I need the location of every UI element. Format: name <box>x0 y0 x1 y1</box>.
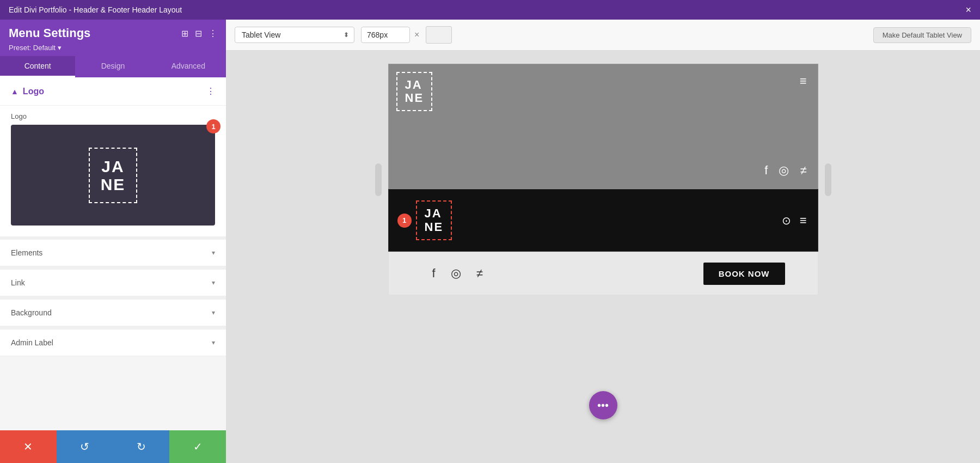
preview-badge-bottom: 1 <box>397 214 412 228</box>
deviantart-icon-bottom: ≠ <box>476 266 483 281</box>
link-title: Link <box>11 278 25 287</box>
preview-logo-top: JANE <box>396 72 433 111</box>
logo-section-header[interactable]: ▲ Logo ⋮ <box>0 77 226 106</box>
panel-body: ▲ Logo ⋮ Logo 1 JA NE Elements <box>0 77 226 430</box>
preview-canvas: JANE ≡ f ◎ ≠ 1 JANE ⊙ ≡ <box>226 51 980 463</box>
more-options-icon[interactable]: ⋮ <box>209 28 217 39</box>
chevron-up-icon: ▲ <box>11 87 19 96</box>
logo-content: Logo 1 JA NE <box>0 106 226 236</box>
color-picker-box[interactable] <box>426 26 452 44</box>
elements-section-header[interactable]: Elements ▾ <box>0 240 226 266</box>
facebook-icon-bottom: f <box>432 266 436 281</box>
background-chevron-icon: ▾ <box>212 309 215 316</box>
panel-tabs: Content Design Advanced <box>0 56 226 77</box>
window-title: Edit Divi Portfolio - Header & Footer He… <box>9 5 182 14</box>
view-select-wrapper: Tablet View Desktop View Mobile View ⬍ <box>235 27 354 43</box>
floating-dots-button[interactable]: ••• <box>589 391 617 419</box>
title-bar: Edit Divi Portfolio - Header & Footer He… <box>0 0 980 20</box>
preview-right-controls: ⊙ ≡ <box>782 214 807 228</box>
main-toolbar: Tablet View Desktop View Mobile View ⬍ ×… <box>226 20 980 51</box>
width-input[interactable] <box>361 27 410 43</box>
link-chevron-icon: ▾ <box>212 279 215 287</box>
main-area: Tablet View Desktop View Mobile View ⬍ ×… <box>226 20 980 463</box>
make-default-button[interactable]: Make Default Tablet View <box>873 27 971 43</box>
background-section-header[interactable]: Background ▾ <box>0 300 226 326</box>
book-now-button[interactable]: BOOK NOW <box>703 263 785 285</box>
background-title: Background <box>11 308 52 317</box>
logo-box: JA NE <box>89 148 138 203</box>
scroll-handle-left[interactable] <box>375 163 382 196</box>
preview-logo-bottom: JANE <box>416 200 452 240</box>
preset-link[interactable]: Preset: Default ▾ <box>9 44 62 52</box>
scroll-handle-right[interactable] <box>825 163 831 196</box>
left-panel: Menu Settings ⊞ ⊟ ⋮ Preset: Default ▾ Co… <box>0 20 226 463</box>
link-section-header[interactable]: Link ▾ <box>0 270 226 296</box>
instagram-icon-top: ◎ <box>779 163 789 178</box>
tab-content[interactable]: Content <box>0 56 75 77</box>
panel-header: Menu Settings ⊞ ⊟ ⋮ Preset: Default ▾ <box>0 20 226 56</box>
layout-icon[interactable]: ⊟ <box>195 28 202 39</box>
elements-chevron-icon: ▾ <box>212 249 215 257</box>
logo-options-icon[interactable]: ⋮ <box>206 86 215 96</box>
undo-button[interactable]: ↺ <box>57 430 113 463</box>
panel-title: Menu Settings <box>9 26 90 40</box>
tab-design[interactable]: Design <box>75 56 150 77</box>
bottom-action-bar: ✕ ↺ ↻ ✓ <box>0 430 226 463</box>
logo-preview[interactable]: 1 JA NE <box>11 125 215 226</box>
logo-badge: 1 <box>206 119 220 133</box>
preview-below: f ◎ ≠ BOOK NOW <box>388 252 818 295</box>
preview-header-top: JANE ≡ f ◎ ≠ <box>388 64 818 189</box>
logo-section-title: Logo <box>23 87 44 96</box>
panel-header-icons: ⊞ ⊟ ⋮ <box>181 28 217 39</box>
search-icon-preview: ⊙ <box>782 214 791 227</box>
facebook-icon-top: f <box>764 163 768 178</box>
admin-label-chevron-icon: ▾ <box>212 339 215 346</box>
admin-label-section-header[interactable]: Admin Label ▾ <box>0 330 226 356</box>
tab-advanced[interactable]: Advanced <box>151 56 226 77</box>
deviantart-icon-top: ≠ <box>800 163 806 178</box>
view-select[interactable]: Tablet View Desktop View Mobile View <box>235 27 354 43</box>
menu-icon-preview: ≡ <box>800 214 807 228</box>
preview-wrapper: JANE ≡ f ◎ ≠ 1 JANE ⊙ ≡ <box>388 64 818 295</box>
preview-social-top: f ◎ ≠ <box>764 163 806 178</box>
preview-hamburger-top-icon: ≡ <box>800 75 807 87</box>
preview-header-bottom: 1 JANE ⊙ ≡ <box>388 189 818 252</box>
cancel-button[interactable]: ✕ <box>0 430 57 463</box>
preview-social-bottom: f ◎ ≠ <box>432 266 483 281</box>
save-button[interactable]: ✓ <box>169 430 226 463</box>
elements-title: Elements <box>11 248 42 257</box>
expand-icon[interactable]: ⊞ <box>181 28 188 39</box>
close-icon[interactable]: × <box>965 5 971 15</box>
logo-field-label: Logo <box>11 112 215 120</box>
width-clear-icon[interactable]: × <box>414 30 419 40</box>
admin-label-title: Admin Label <box>11 338 53 347</box>
instagram-icon-bottom: ◎ <box>451 266 461 281</box>
redo-button[interactable]: ↻ <box>113 430 170 463</box>
